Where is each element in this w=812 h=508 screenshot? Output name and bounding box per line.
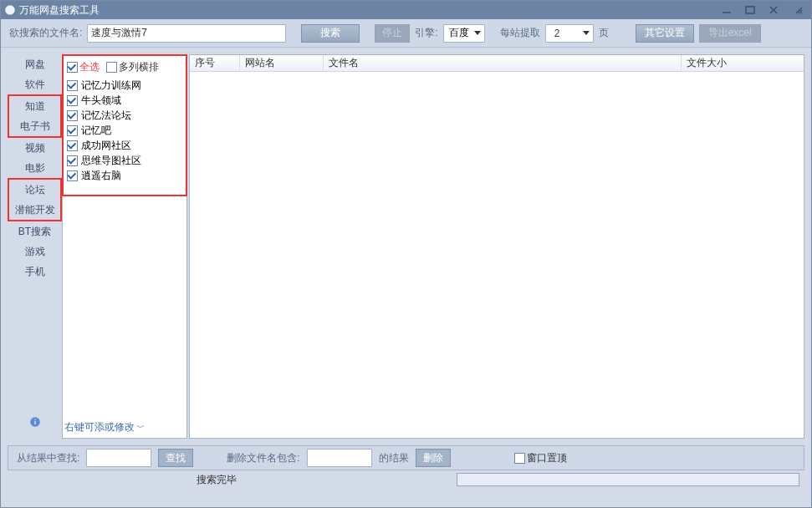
minimize-button[interactable] bbox=[716, 3, 738, 17]
find-button[interactable]: 查找 bbox=[158, 449, 193, 467]
category-sidebar: 网盘 软件 知道 电子书 视频 电影 论坛 潜能开发 BT搜索 游戏 手机 bbox=[8, 54, 62, 439]
sidebar-item-zhidao[interactable]: 知道 bbox=[9, 96, 60, 116]
status-bar: 搜索完毕 bbox=[8, 470, 804, 489]
sidebar-item-movie[interactable]: 电影 bbox=[8, 158, 62, 178]
source-item-label: 逍遥右脑 bbox=[81, 169, 121, 183]
col-filesize[interactable]: 文件大小 bbox=[682, 55, 804, 71]
results-body[interactable] bbox=[190, 72, 804, 438]
checkbox-icon bbox=[67, 170, 78, 181]
results-panel: 序号 网站名 文件名 文件大小 bbox=[189, 54, 804, 439]
sidebar-item-phone[interactable]: 手机 bbox=[8, 262, 62, 282]
sidebar-item-potential[interactable]: 潜能开发 bbox=[9, 200, 60, 220]
per-site-select[interactable] bbox=[545, 24, 594, 43]
stop-button[interactable]: 停止 bbox=[375, 24, 410, 43]
app-icon bbox=[4, 4, 16, 16]
sidebar-item-video[interactable]: 视频 bbox=[8, 138, 62, 158]
sidebar-item-netdisk[interactable]: 网盘 bbox=[8, 54, 62, 74]
source-item[interactable]: 逍遥右脑 bbox=[65, 168, 184, 183]
checkbox-icon bbox=[67, 110, 78, 121]
source-item[interactable]: 成功网社区 bbox=[65, 138, 184, 153]
pin-window-label: 窗口置顶 bbox=[527, 451, 567, 465]
col-filename[interactable]: 文件名 bbox=[324, 55, 682, 71]
svg-rect-9 bbox=[34, 421, 35, 424]
sidebar-item-software[interactable]: 软件 bbox=[8, 74, 62, 94]
sidebar-item-bt[interactable]: BT搜索 bbox=[8, 221, 62, 241]
source-item-label: 成功网社区 bbox=[81, 139, 131, 153]
source-item[interactable]: 牛头领域 bbox=[65, 93, 184, 108]
context-hint: 右键可添或修改 ﹀ bbox=[63, 417, 186, 438]
delete-button[interactable]: 删除 bbox=[416, 449, 451, 467]
search-label: 欲搜索的文件名: bbox=[9, 26, 82, 40]
multi-column-checkbox[interactable]: 多列横排 bbox=[106, 60, 159, 74]
search-toolbar: 欲搜索的文件名: 搜索 停止 引擎: 百度 每站提取 页 其它设置 导出exce… bbox=[1, 19, 811, 48]
svg-rect-10 bbox=[34, 419, 35, 420]
checkbox-icon bbox=[514, 453, 525, 464]
col-site[interactable]: 网站名 bbox=[240, 55, 324, 71]
sidebar-item-game[interactable]: 游戏 bbox=[8, 241, 62, 262]
engine-select[interactable]: 百度 bbox=[443, 24, 485, 43]
svg-point-0 bbox=[5, 5, 15, 15]
per-site-label: 每站提取 bbox=[500, 26, 540, 40]
checkbox-icon bbox=[67, 80, 78, 91]
results-header: 序号 网站名 文件名 文件大小 bbox=[190, 55, 804, 72]
status-text: 搜索完毕 bbox=[197, 473, 237, 487]
progress-bar bbox=[457, 473, 799, 486]
find-in-results-label: 从结果中查找: bbox=[17, 451, 79, 465]
export-excel-button[interactable]: 导出excel bbox=[699, 24, 761, 43]
checkbox-icon bbox=[67, 155, 78, 166]
source-list: 记忆力训练网牛头领域记忆法论坛记忆吧成功网社区思维导图社区逍遥右脑 bbox=[65, 74, 184, 191]
title-bar: 万能网盘搜索工具 bbox=[1, 1, 811, 19]
multi-column-label: 多列横排 bbox=[119, 60, 159, 74]
chevron-down-icon bbox=[583, 31, 590, 35]
source-item-label: 牛头领域 bbox=[81, 94, 121, 108]
col-index[interactable]: 序号 bbox=[190, 55, 240, 71]
source-item-label: 记忆吧 bbox=[81, 124, 111, 138]
sidebar-item-ebook[interactable]: 电子书 bbox=[9, 116, 60, 136]
source-item-label: 记忆法论坛 bbox=[81, 109, 131, 123]
caret-down-icon: ﹀ bbox=[136, 422, 145, 434]
close-button[interactable] bbox=[763, 3, 784, 17]
engine-selected-value: 百度 bbox=[449, 26, 469, 40]
per-site-input[interactable] bbox=[551, 26, 578, 41]
search-button[interactable]: 搜索 bbox=[301, 24, 360, 43]
delete-suffix-label: 的结果 bbox=[379, 451, 409, 465]
search-input[interactable] bbox=[87, 24, 286, 43]
checkbox-icon bbox=[106, 62, 117, 73]
sidebar-item-forum[interactable]: 论坛 bbox=[9, 180, 60, 200]
source-item[interactable]: 思维导图社区 bbox=[65, 153, 184, 168]
maximize-button[interactable] bbox=[739, 3, 761, 17]
pin-window-checkbox[interactable]: 窗口置顶 bbox=[514, 451, 567, 465]
checkbox-icon bbox=[67, 125, 78, 136]
checkbox-icon bbox=[67, 62, 78, 73]
delete-contains-label: 删除文件名包含: bbox=[227, 451, 299, 465]
resize-grip-icon[interactable] bbox=[786, 3, 808, 17]
checkbox-icon bbox=[67, 140, 78, 151]
delete-contains-input[interactable] bbox=[307, 449, 372, 467]
filter-bar: 从结果中查找: 查找 删除文件名包含: 的结果 删除 窗口置顶 bbox=[8, 445, 804, 470]
source-item-label: 思维导图社区 bbox=[81, 154, 141, 168]
svg-line-7 bbox=[801, 13, 802, 13]
source-item[interactable]: 记忆吧 bbox=[65, 123, 184, 138]
page-unit-label: 页 bbox=[599, 26, 609, 40]
other-settings-button[interactable]: 其它设置 bbox=[636, 24, 694, 43]
find-in-results-input[interactable] bbox=[86, 449, 151, 467]
select-all-checkbox[interactable]: 全选 bbox=[67, 60, 100, 74]
svg-rect-2 bbox=[746, 7, 754, 13]
chevron-down-icon bbox=[474, 31, 481, 35]
source-item[interactable]: 记忆力训练网 bbox=[65, 78, 184, 93]
info-icon[interactable] bbox=[29, 416, 41, 430]
source-item[interactable]: 记忆法论坛 bbox=[65, 108, 184, 123]
source-item-label: 记忆力训练网 bbox=[81, 79, 141, 93]
checkbox-icon bbox=[67, 95, 78, 106]
window-title: 万能网盘搜索工具 bbox=[19, 3, 100, 18]
engine-label: 引擎: bbox=[415, 26, 437, 40]
select-all-label: 全选 bbox=[79, 60, 100, 74]
